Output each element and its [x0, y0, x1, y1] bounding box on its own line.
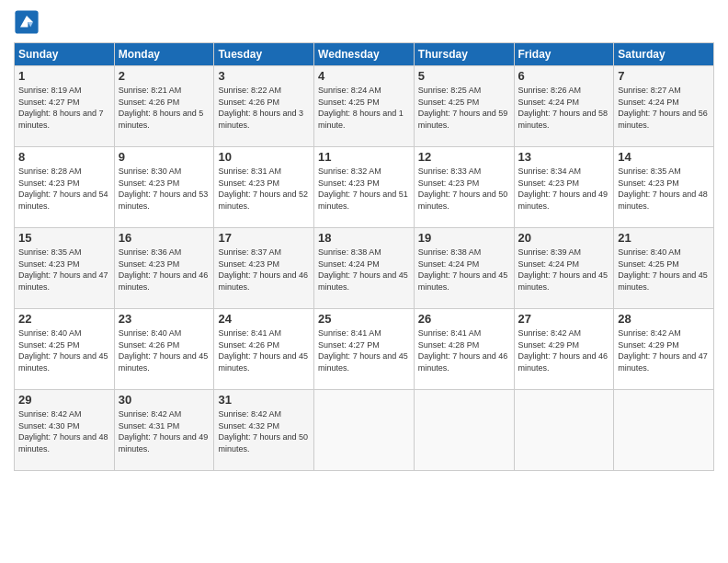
day-number: 17 [218, 231, 310, 245]
day-info: Sunrise: 8:42 AMSunset: 4:29 PMDaylight:… [518, 328, 609, 373]
weekday-header: Tuesday [214, 43, 314, 66]
day-info: Sunrise: 8:37 AMSunset: 4:23 PMDaylight:… [218, 247, 308, 292]
day-info: Sunrise: 8:42 AMSunset: 4:31 PMDaylight:… [119, 409, 209, 454]
day-number: 26 [418, 312, 510, 326]
calendar-cell: 29 Sunrise: 8:42 AMSunset: 4:30 PMDaylig… [15, 390, 115, 471]
calendar-cell: 15 Sunrise: 8:35 AMSunset: 4:23 PMDaylig… [15, 228, 115, 309]
logo-icon [14, 9, 40, 35]
day-number: 14 [618, 150, 710, 164]
day-number: 10 [218, 150, 310, 164]
day-number: 27 [518, 312, 610, 326]
calendar-cell: 16 Sunrise: 8:36 AMSunset: 4:23 PMDaylig… [114, 228, 214, 309]
calendar-cell [514, 390, 614, 471]
day-info: Sunrise: 8:33 AMSunset: 4:23 PMDaylight:… [418, 167, 508, 211]
calendar-cell: 21 Sunrise: 8:40 AMSunset: 4:25 PMDaylig… [614, 228, 714, 309]
calendar-cell: 12 Sunrise: 8:33 AMSunset: 4:23 PMDaylig… [414, 147, 514, 228]
day-number: 7 [618, 69, 710, 83]
day-info: Sunrise: 8:25 AMSunset: 4:25 PMDaylight:… [418, 86, 508, 130]
day-info: Sunrise: 8:21 AMSunset: 4:26 PMDaylight:… [119, 86, 204, 130]
day-number: 15 [18, 231, 110, 245]
day-number: 25 [318, 312, 410, 326]
day-number: 20 [518, 231, 610, 245]
calendar-cell: 4 Sunrise: 8:24 AMSunset: 4:25 PMDayligh… [314, 66, 415, 147]
day-info: Sunrise: 8:22 AMSunset: 4:26 PMDaylight:… [218, 86, 303, 130]
calendar-cell [614, 390, 714, 471]
header [14, 9, 714, 35]
day-info: Sunrise: 8:35 AMSunset: 4:23 PMDaylight:… [618, 167, 708, 211]
calendar-cell: 8 Sunrise: 8:28 AMSunset: 4:23 PMDayligh… [15, 147, 115, 228]
calendar-cell: 25 Sunrise: 8:41 AMSunset: 4:27 PMDaylig… [314, 309, 415, 390]
day-info: Sunrise: 8:41 AMSunset: 4:28 PMDaylight:… [418, 328, 508, 373]
calendar-cell: 28 Sunrise: 8:42 AMSunset: 4:29 PMDaylig… [614, 309, 714, 390]
calendar-week-row: 8 Sunrise: 8:28 AMSunset: 4:23 PMDayligh… [15, 147, 714, 228]
calendar-cell [314, 390, 415, 471]
calendar-table: SundayMondayTuesdayWednesdayThursdayFrid… [14, 42, 714, 471]
day-info: Sunrise: 8:40 AMSunset: 4:25 PMDaylight:… [618, 247, 708, 292]
day-number: 1 [18, 69, 110, 83]
calendar-cell: 24 Sunrise: 8:41 AMSunset: 4:26 PMDaylig… [214, 309, 314, 390]
day-info: Sunrise: 8:28 AMSunset: 4:23 PMDaylight:… [18, 167, 108, 211]
weekday-header: Friday [514, 43, 614, 66]
day-number: 31 [218, 393, 310, 407]
day-info: Sunrise: 8:42 AMSunset: 4:32 PMDaylight:… [218, 409, 308, 454]
calendar-week-row: 29 Sunrise: 8:42 AMSunset: 4:30 PMDaylig… [15, 390, 714, 471]
calendar-cell: 11 Sunrise: 8:32 AMSunset: 4:23 PMDaylig… [314, 147, 415, 228]
day-number: 6 [518, 69, 610, 83]
calendar-cell: 30 Sunrise: 8:42 AMSunset: 4:31 PMDaylig… [114, 390, 214, 471]
calendar-cell [414, 390, 514, 471]
calendar-cell: 18 Sunrise: 8:38 AMSunset: 4:24 PMDaylig… [314, 228, 415, 309]
calendar-cell: 31 Sunrise: 8:42 AMSunset: 4:32 PMDaylig… [214, 390, 314, 471]
day-info: Sunrise: 8:40 AMSunset: 4:26 PMDaylight:… [119, 328, 209, 373]
day-number: 13 [518, 150, 610, 164]
calendar-week-row: 15 Sunrise: 8:35 AMSunset: 4:23 PMDaylig… [15, 228, 714, 309]
weekday-header: Monday [114, 43, 214, 66]
day-info: Sunrise: 8:38 AMSunset: 4:24 PMDaylight:… [418, 247, 508, 292]
day-number: 24 [218, 312, 310, 326]
day-number: 12 [418, 150, 510, 164]
day-number: 9 [119, 150, 210, 164]
calendar-cell: 23 Sunrise: 8:40 AMSunset: 4:26 PMDaylig… [114, 309, 214, 390]
calendar-cell: 2 Sunrise: 8:21 AMSunset: 4:26 PMDayligh… [114, 66, 214, 147]
calendar-cell: 9 Sunrise: 8:30 AMSunset: 4:23 PMDayligh… [114, 147, 214, 228]
day-number: 22 [18, 312, 110, 326]
day-info: Sunrise: 8:32 AMSunset: 4:23 PMDaylight:… [318, 167, 408, 211]
day-number: 16 [119, 231, 210, 245]
day-info: Sunrise: 8:19 AMSunset: 4:27 PMDaylight:… [18, 86, 104, 130]
day-info: Sunrise: 8:27 AMSunset: 4:24 PMDaylight:… [618, 86, 708, 130]
calendar-cell: 7 Sunrise: 8:27 AMSunset: 4:24 PMDayligh… [614, 66, 714, 147]
day-number: 29 [18, 393, 110, 407]
calendar-cell: 3 Sunrise: 8:22 AMSunset: 4:26 PMDayligh… [214, 66, 314, 147]
day-info: Sunrise: 8:26 AMSunset: 4:24 PMDaylight:… [518, 86, 609, 130]
day-info: Sunrise: 8:31 AMSunset: 4:23 PMDaylight:… [218, 167, 308, 211]
calendar-cell: 5 Sunrise: 8:25 AMSunset: 4:25 PMDayligh… [414, 66, 514, 147]
day-number: 8 [18, 150, 110, 164]
calendar-cell: 22 Sunrise: 8:40 AMSunset: 4:25 PMDaylig… [15, 309, 115, 390]
day-number: 19 [418, 231, 510, 245]
weekday-header: Thursday [414, 43, 514, 66]
calendar-cell: 14 Sunrise: 8:35 AMSunset: 4:23 PMDaylig… [614, 147, 714, 228]
day-number: 5 [418, 69, 510, 83]
day-number: 11 [318, 150, 410, 164]
day-number: 28 [618, 312, 710, 326]
page: SundayMondayTuesdayWednesdayThursdayFrid… [0, 0, 728, 563]
logo [14, 9, 43, 35]
calendar-cell: 20 Sunrise: 8:39 AMSunset: 4:24 PMDaylig… [514, 228, 614, 309]
calendar-cell: 19 Sunrise: 8:38 AMSunset: 4:24 PMDaylig… [414, 228, 514, 309]
day-number: 4 [318, 69, 410, 83]
day-info: Sunrise: 8:39 AMSunset: 4:24 PMDaylight:… [518, 247, 609, 292]
calendar-cell: 1 Sunrise: 8:19 AMSunset: 4:27 PMDayligh… [15, 66, 115, 147]
day-number: 3 [218, 69, 310, 83]
calendar-cell: 13 Sunrise: 8:34 AMSunset: 4:23 PMDaylig… [514, 147, 614, 228]
day-info: Sunrise: 8:40 AMSunset: 4:25 PMDaylight:… [18, 328, 108, 373]
calendar-cell: 17 Sunrise: 8:37 AMSunset: 4:23 PMDaylig… [214, 228, 314, 309]
day-number: 21 [618, 231, 710, 245]
calendar-header-row: SundayMondayTuesdayWednesdayThursdayFrid… [15, 43, 714, 66]
calendar-cell: 27 Sunrise: 8:42 AMSunset: 4:29 PMDaylig… [514, 309, 614, 390]
day-info: Sunrise: 8:42 AMSunset: 4:30 PMDaylight:… [18, 409, 108, 454]
weekday-header: Sunday [15, 43, 115, 66]
day-info: Sunrise: 8:34 AMSunset: 4:23 PMDaylight:… [518, 167, 609, 211]
calendar-week-row: 1 Sunrise: 8:19 AMSunset: 4:27 PMDayligh… [15, 66, 714, 147]
day-info: Sunrise: 8:35 AMSunset: 4:23 PMDaylight:… [18, 247, 108, 292]
day-info: Sunrise: 8:41 AMSunset: 4:26 PMDaylight:… [218, 328, 308, 373]
day-info: Sunrise: 8:30 AMSunset: 4:23 PMDaylight:… [119, 167, 209, 211]
